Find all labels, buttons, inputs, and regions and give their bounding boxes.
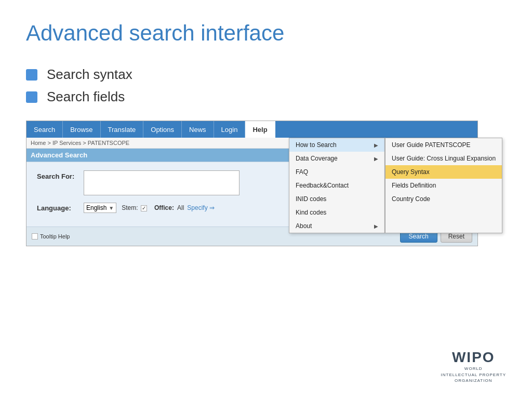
help-dropdown: How to Search ▶ Data Coverage ▶ FAQ Feed… — [289, 138, 385, 233]
dropdown-item-feedback[interactable]: Feedback&Contact — [289, 179, 384, 192]
submenu-arrow-icon-3: ▶ — [374, 223, 378, 229]
specify-link[interactable]: Specify ⇒ — [187, 204, 215, 211]
nav-bar: Search Browse Translate Options News Log… — [26, 121, 477, 138]
submenu-item-country-code[interactable]: Country Code — [385, 192, 502, 206]
language-label: Language: — [37, 204, 84, 212]
bullet-item-2: Search fields — [26, 89, 506, 105]
tooltip-help-label: Tooltip Help — [40, 233, 70, 240]
bullet-icon-2 — [26, 91, 37, 103]
bullet-label-2: Search fields — [47, 89, 125, 105]
tooltip-checkbox[interactable] — [32, 233, 38, 240]
dropdown-overlay: How to Search ▶ Data Coverage ▶ FAQ Feed… — [289, 138, 502, 233]
submenu-item-cross-lingual[interactable]: User Guide: Cross Lingual Expansion — [385, 152, 502, 165]
submenu-item-query-syntax[interactable]: Query Syntax — [385, 165, 502, 179]
wipo-logo: WIPO WORLD INTELLECTUAL PROPERTY ORGANIZ… — [441, 349, 506, 383]
wipo-title: WIPO — [441, 349, 506, 366]
dropdown-item-about[interactable]: About ▶ — [289, 219, 384, 233]
dropdown-item-data-coverage[interactable]: Data Coverage ▶ — [289, 152, 384, 165]
nav-news[interactable]: News — [182, 121, 214, 138]
interface-container: Search Browse Translate Options News Log… — [26, 121, 478, 246]
search-input[interactable] — [84, 170, 240, 195]
office-label: Office: — [154, 204, 174, 211]
nav-help[interactable]: Help — [245, 121, 275, 138]
submenu-arrow-icon-2: ▶ — [374, 156, 378, 162]
dropdown-item-inid[interactable]: INID codes — [289, 192, 384, 206]
submenu-item-fields-def[interactable]: Fields Definition — [385, 179, 502, 192]
dropdown-item-kind[interactable]: Kind codes — [289, 206, 384, 219]
stem-checkbox[interactable]: ✓ — [141, 205, 147, 211]
how-to-search-submenu: User Guide PATENTSCOPE User Guide: Cross… — [385, 138, 502, 233]
tooltip-help: Tooltip Help — [32, 233, 70, 240]
select-arrow-icon: ▼ — [109, 205, 114, 211]
language-value: English — [86, 204, 107, 211]
dropdown-item-faq[interactable]: FAQ — [289, 165, 384, 179]
stem-label: Stem: ✓ — [122, 204, 147, 211]
nav-login[interactable]: Login — [214, 121, 246, 138]
nav-search[interactable]: Search — [26, 121, 63, 138]
bullet-list: Search syntax Search fields — [26, 66, 506, 105]
slide-container: Advanced search interface Search syntax … — [0, 0, 532, 399]
language-select[interactable]: English ▼ — [84, 203, 116, 213]
nav-browse[interactable]: Browse — [63, 121, 100, 138]
nav-translate[interactable]: Translate — [101, 121, 144, 138]
submenu-arrow-icon: ▶ — [374, 142, 378, 148]
wipo-subtext: WORLD INTELLECTUAL PROPERTY ORGANIZATION — [441, 366, 506, 383]
bullet-item-1: Search syntax — [26, 66, 506, 83]
slide-title: Advanced search interface — [26, 21, 506, 46]
bullet-label-1: Search syntax — [47, 66, 132, 83]
bullet-icon-1 — [26, 69, 37, 81]
search-for-label: Search For: — [37, 170, 84, 180]
office-all: All — [177, 204, 184, 211]
dropdown-item-how-to-search[interactable]: How to Search ▶ — [289, 138, 384, 152]
nav-options[interactable]: Options — [143, 121, 182, 138]
submenu-item-user-guide[interactable]: User Guide PATENTSCOPE — [385, 138, 502, 152]
